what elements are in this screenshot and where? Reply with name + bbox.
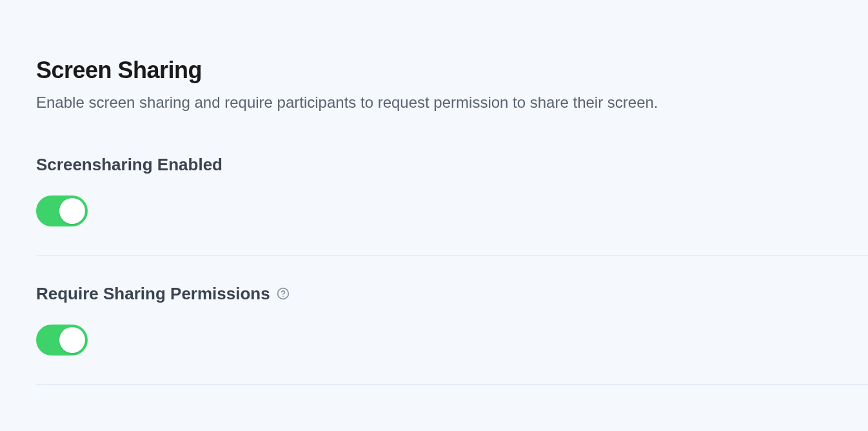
require-permissions-label: Require Sharing Permissions bbox=[36, 284, 868, 304]
help-icon[interactable] bbox=[277, 287, 290, 300]
setting-label-text: Require Sharing Permissions bbox=[36, 284, 270, 304]
screensharing-enabled-toggle[interactable] bbox=[36, 195, 88, 226]
toggle-knob bbox=[59, 198, 85, 224]
setting-row-screensharing: Screensharing Enabled bbox=[36, 155, 868, 256]
section-description: Enable screen sharing and require partic… bbox=[36, 92, 868, 114]
setting-row-require-permissions: Require Sharing Permissions bbox=[36, 284, 868, 385]
section-title: Screen Sharing bbox=[36, 57, 868, 84]
toggle-knob bbox=[59, 327, 85, 353]
require-permissions-toggle[interactable] bbox=[36, 325, 88, 356]
setting-label-text: Screensharing Enabled bbox=[36, 155, 222, 175]
screensharing-enabled-label: Screensharing Enabled bbox=[36, 155, 868, 175]
screen-sharing-section: Screen Sharing Enable screen sharing and… bbox=[0, 0, 868, 385]
